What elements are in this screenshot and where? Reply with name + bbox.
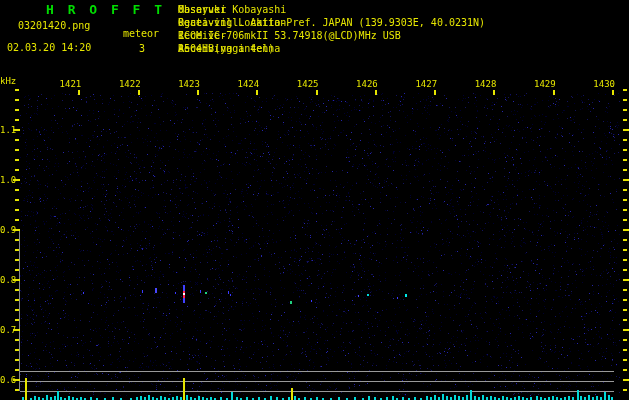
freq-tick-right (623, 369, 627, 371)
freq-tick-right (623, 329, 629, 331)
y-axis-unit-label: kHz (0, 76, 16, 86)
freq-tick-right (623, 229, 629, 231)
freq-tick (15, 309, 19, 311)
output-filename: 03201420.png (18, 20, 90, 31)
header-value: ICOM IC-706mkII 53.74918(@LCD)MHz USB (178, 29, 401, 42)
freq-tick-right (623, 119, 627, 121)
freq-tick (15, 339, 19, 341)
header-value: Masayuki Kobayashi (178, 3, 286, 16)
freq-tick-right (623, 269, 627, 271)
freq-tick-right (623, 309, 627, 311)
freq-tick-right (623, 179, 629, 181)
freq-tick (15, 199, 19, 201)
freq-tick-right (623, 389, 627, 391)
freq-tick-right (623, 289, 627, 291)
freq-tick (15, 89, 19, 91)
freq-tick-right (623, 249, 627, 251)
freq-tick-label: 1.0 (0, 175, 14, 185)
freq-tick (15, 109, 19, 111)
freq-tick (15, 319, 19, 321)
freq-tick-label: 0.9 (0, 225, 14, 235)
freq-tick (15, 249, 19, 251)
header-value: Ogata-vill. Akita-Pref. JAPAN (139.9303E… (178, 16, 485, 29)
observation-mode: meteor (123, 28, 159, 39)
app-title: H R O F F T (46, 2, 165, 17)
freq-tick-label: 0.7 (0, 325, 14, 335)
freq-tick (15, 209, 19, 211)
time-tick-label: 1429 (530, 79, 556, 89)
capture-datetime: 02.03.20 14:20 (7, 42, 91, 53)
time-tick (612, 90, 614, 95)
freq-tick-right (623, 89, 627, 91)
freq-tick-right (623, 99, 627, 101)
freq-tick-right (623, 139, 627, 141)
freq-tick (15, 139, 19, 141)
freq-tick (15, 259, 19, 261)
freq-tick-label: 1.1 (0, 125, 14, 135)
freq-tick (15, 349, 19, 351)
freq-tick-right (623, 209, 627, 211)
freq-tick (15, 99, 19, 101)
time-tick-label: 1427 (411, 79, 437, 89)
meteor-count: 3 (139, 43, 145, 54)
time-tick-label: 1424 (233, 79, 259, 89)
freq-tick-right (623, 299, 627, 301)
freq-tick-right (623, 379, 629, 381)
freq-tick-right (623, 339, 627, 341)
freq-tick (15, 369, 19, 371)
freq-tick (15, 289, 19, 291)
freq-tick-right (623, 359, 627, 361)
freq-tick-right (623, 219, 627, 221)
time-tick-label: 1430 (589, 79, 615, 89)
time-tick-label: 1428 (470, 79, 496, 89)
time-tick-label: 1421 (55, 79, 81, 89)
freq-tick-right (623, 159, 627, 161)
freq-tick-right (623, 279, 629, 281)
time-tick-label: 1426 (352, 79, 378, 89)
time-tick (316, 90, 318, 95)
freq-tick (15, 119, 19, 121)
freq-tick-right (623, 149, 627, 151)
freq-tick-right (623, 169, 627, 171)
hrofft-window: H R O F F T 03201420.png meteor 02.03.20… (0, 0, 629, 400)
header-value: A504HB(yagi 4el) (178, 42, 274, 55)
time-tick (434, 90, 436, 95)
freq-tick (15, 239, 19, 241)
freq-tick-right (623, 199, 627, 201)
time-tick (375, 90, 377, 95)
time-tick (197, 90, 199, 95)
time-tick (256, 90, 258, 95)
time-tick (78, 90, 80, 95)
freq-tick (15, 219, 19, 221)
freq-tick-right (623, 129, 629, 131)
freq-tick-label: 0.8 (0, 275, 14, 285)
freq-tick-right (623, 239, 627, 241)
time-tick (493, 90, 495, 95)
freq-tick-right (623, 259, 627, 261)
freq-tick (15, 359, 19, 361)
spectrogram-canvas (0, 0, 629, 400)
freq-tick (15, 189, 19, 191)
freq-tick-right (623, 319, 627, 321)
time-tick (553, 90, 555, 95)
freq-tick (15, 159, 19, 161)
time-tick-label: 1423 (174, 79, 200, 89)
freq-tick (15, 299, 19, 301)
freq-tick (15, 169, 19, 171)
time-tick (138, 90, 140, 95)
freq-tick-label: 0.6 (0, 375, 14, 385)
freq-tick-right (623, 349, 627, 351)
freq-tick (15, 269, 19, 271)
time-tick-label: 1422 (115, 79, 141, 89)
freq-tick-right (623, 109, 627, 111)
time-tick-label: 1425 (293, 79, 319, 89)
freq-tick-right (623, 189, 627, 191)
freq-tick (15, 389, 19, 391)
freq-tick (15, 149, 19, 151)
